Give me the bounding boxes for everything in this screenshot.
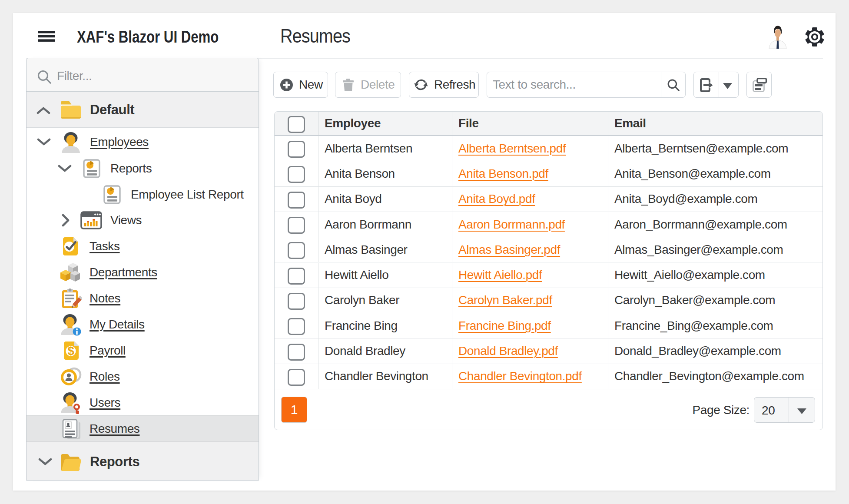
svg-text:$: $ [68,345,74,358]
